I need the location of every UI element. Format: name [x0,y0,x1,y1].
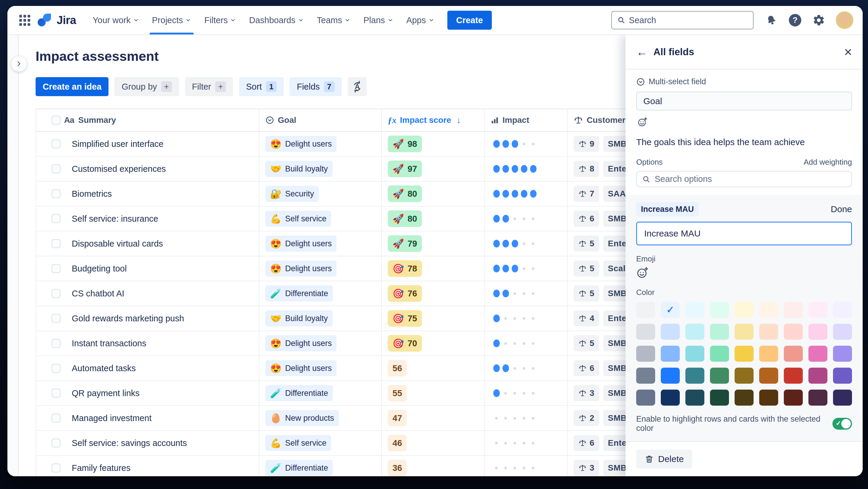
nav-item-filters[interactable]: Filters [199,6,241,34]
color-swatch[interactable] [784,346,803,362]
color-swatch[interactable] [808,390,827,406]
color-swatch[interactable] [661,346,680,362]
impact-rating[interactable] [492,240,538,248]
sort-descending-icon[interactable]: ↓ [457,115,461,125]
color-swatch[interactable] [636,390,655,406]
table-row[interactable]: Biometrics🔐Security🚀807SAAS [36,181,640,206]
color-swatch[interactable] [833,368,852,384]
impact-score-chip[interactable]: 🚀80 [388,185,422,202]
table-row[interactable]: Family features🧪Differentiate363SMB [36,456,640,476]
customer-weight-chip[interactable]: 3 [574,460,599,476]
impact-score-chip[interactable]: 🎯70 [388,335,422,352]
global-search[interactable] [611,11,753,29]
color-swatch[interactable] [710,324,729,340]
color-swatch[interactable] [636,302,655,318]
options-search[interactable] [636,171,852,187]
row-checkbox[interactable] [52,438,60,448]
idea-summary[interactable]: CS chatbot AI [72,289,124,298]
impact-score-column-header[interactable]: Impact score [400,115,451,125]
impact-score-chip[interactable]: 🚀98 [388,136,422,152]
table-row[interactable]: Disposable virtual cards😍Delight users🚀7… [36,231,640,256]
impact-rating[interactable] [492,140,538,148]
table-row[interactable]: Self service: savings accounts💪Self serv… [36,431,640,456]
impact-rating[interactable] [492,265,538,272]
nav-item-projects[interactable]: Projects [147,6,196,34]
color-swatch[interactable] [784,390,803,406]
color-swatch[interactable] [808,346,827,362]
fields-button[interactable]: Fields 7 [290,77,342,96]
field-name-input[interactable] [636,92,852,110]
color-swatch[interactable] [833,302,852,318]
goal-chip[interactable]: 🧪Differentiate [265,285,333,301]
jira-logo[interactable]: Jira [37,12,76,28]
impact-score-chip[interactable]: 46 [388,435,407,451]
idea-summary[interactable]: QR payment links [72,389,140,398]
row-checkbox[interactable] [52,289,60,298]
color-swatch[interactable] [636,346,655,362]
goal-column-header[interactable]: Goal [278,115,296,125]
customer-weight-chip[interactable]: 6 [574,435,599,451]
notifications-bell-icon[interactable] [764,13,778,27]
goal-chip[interactable]: 🤝Build loyalty [265,310,333,326]
sort-button[interactable]: Sort 1 [239,77,284,96]
table-row[interactable]: QR payment links🧪Differentiate553SMB [36,381,640,406]
summary-column-header[interactable]: Summary [78,115,116,125]
impact-score-chip[interactable]: 47 [388,410,407,426]
auto-translate-button[interactable]: A [348,77,367,96]
goal-chip[interactable]: 🧪Differentiate [265,385,333,401]
goal-chip[interactable]: 💪Self service [265,211,331,227]
select-all-checkbox[interactable] [52,116,60,125]
color-swatch[interactable] [661,368,680,384]
customer-weight-chip[interactable]: 5 [574,261,599,277]
row-checkbox[interactable] [52,189,60,198]
customer-weight-chip[interactable]: 4 [574,310,599,326]
table-row[interactable]: Simplified user interface😍Delight users🚀… [36,132,640,157]
impact-rating[interactable] [492,467,538,469]
customer-weight-chip[interactable]: 9 [574,136,599,152]
add-emoji-icon[interactable] [636,266,649,279]
idea-summary[interactable]: Simplified user interface [72,139,163,149]
color-swatch[interactable] [710,302,729,318]
row-checkbox[interactable] [52,140,60,148]
impact-rating[interactable] [492,417,538,420]
idea-summary[interactable]: Disposable virtual cards [72,239,163,249]
user-avatar[interactable] [835,11,854,29]
table-row[interactable]: Instant transactions😍Delight users🎯705SM… [36,331,640,356]
nav-item-apps[interactable]: Apps [402,6,439,34]
idea-summary[interactable]: Automated tasks [72,364,136,373]
color-swatch[interactable] [735,390,753,406]
goal-chip[interactable]: 🔐Security [265,186,319,202]
customer-weight-chip[interactable]: 2 [574,410,599,426]
idea-summary[interactable]: Customised experiences [72,164,166,174]
nav-item-plans[interactable]: Plans [359,6,398,34]
search-input[interactable] [629,16,748,25]
color-swatch[interactable] [685,346,704,362]
idea-summary[interactable]: Self service: savings accounts [72,438,187,448]
back-arrow-icon[interactable]: ← [636,46,647,58]
color-swatch[interactable] [735,368,753,384]
table-row[interactable]: Managed investment🥚New products472SMB [36,406,640,431]
row-checkbox[interactable] [52,339,60,348]
impact-rating[interactable] [492,215,538,223]
filter-button[interactable]: Filter + [185,77,233,96]
color-swatch[interactable] [685,324,704,340]
goal-chip[interactable]: 😍Delight users [265,236,337,252]
row-checkbox[interactable] [52,264,60,273]
nav-item-your-work[interactable]: Your work [88,6,144,34]
row-checkbox[interactable] [52,414,60,423]
color-swatch[interactable] [808,324,827,340]
color-swatch[interactable] [808,302,827,318]
customer-weight-chip[interactable]: 5 [574,335,599,351]
impact-score-chip[interactable]: 🎯75 [388,310,422,327]
row-checkbox[interactable] [52,164,60,173]
customer-weight-chip[interactable]: 8 [574,161,599,177]
table-row[interactable]: CS chatbot AI🧪Differentiate🎯765SMB [36,281,640,306]
impact-score-chip[interactable]: 🎯78 [388,260,422,277]
goal-chip[interactable]: 😍Delight users [265,360,337,376]
color-swatch[interactable] [784,368,803,384]
goal-chip[interactable]: 🤝Build loyalty [265,161,333,177]
customer-weight-chip[interactable]: 6 [574,360,599,376]
customer-weight-chip[interactable]: 6 [574,211,599,227]
impact-rating[interactable] [492,364,538,372]
impact-score-chip[interactable]: 36 [388,460,407,476]
